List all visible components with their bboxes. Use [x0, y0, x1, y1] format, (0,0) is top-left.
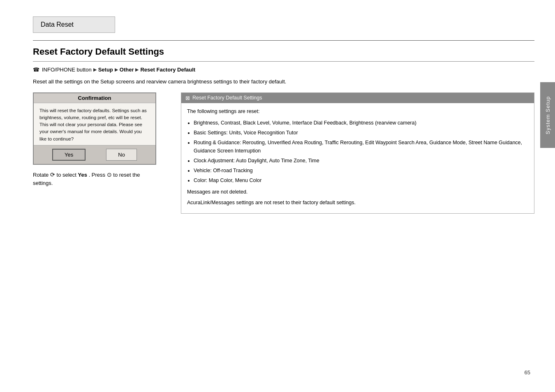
arrow-icon-1: ▶: [93, 67, 97, 72]
breadcrumb-part2: Setup: [98, 67, 113, 73]
arrow-icon-2: ▶: [115, 67, 118, 72]
section-header-box: Data Reset: [33, 16, 115, 33]
screen-title-bar: Confirmation: [34, 93, 155, 103]
note2-text: AcuraLink/Messages settings are not rese…: [187, 198, 528, 207]
no-button[interactable]: No: [106, 149, 137, 161]
info-box-icon: ⊠: [185, 95, 190, 101]
main-content: Data Reset Reset Factory Default Setting…: [0, 0, 555, 392]
section-header-label: Data Reset: [41, 21, 74, 28]
two-col-layout: Confirmation This will reset the factory…: [33, 92, 534, 214]
description-text: Reset all the settings on the Setup scre…: [33, 78, 534, 86]
screen-body: This will reset the factory defaults. Se…: [34, 103, 155, 145]
page-container: Data Reset Reset Factory Default Setting…: [0, 0, 555, 392]
enter-icon: ⊙: [107, 171, 112, 179]
page-title: Reset Factory Default Settings: [33, 46, 534, 57]
sidebar-tab-label: System Setup: [545, 96, 551, 134]
breadcrumb-part4: Reset Factory Default: [140, 67, 195, 73]
left-column: Confirmation This will reset the factory…: [33, 92, 169, 214]
arrow-icon-3: ▶: [135, 67, 139, 72]
list-item-4: Clock Adjustment: Auto Daylight, Auto Ti…: [194, 157, 528, 165]
instruction-text-part2: . Press: [89, 172, 107, 178]
note1-text: Messages are not deleted.: [187, 188, 528, 196]
title-divider: [33, 61, 534, 62]
instruction-text-part1: to select: [57, 172, 78, 178]
info-box-title: Reset Factory Default Settings: [192, 95, 262, 101]
list-item-5: Vehicle: Off-road Tracking: [194, 166, 528, 175]
phone-icon: ☎: [33, 67, 39, 73]
info-box-header: ⊠ Reset Factory Default Settings: [181, 93, 534, 103]
breadcrumb-part3: Other: [120, 67, 134, 73]
settings-list: Brightness, Contrast, Black Level, Volum…: [187, 119, 528, 184]
list-item-1: Brightness, Contrast, Black Level, Volum…: [194, 119, 528, 127]
list-item-6: Color: Map Color, Menu Color: [194, 176, 528, 184]
intro-text: The following settings are reset:: [187, 107, 528, 115]
screen-mockup: Confirmation This will reset the factory…: [33, 92, 156, 165]
screen-buttons: Yes No: [34, 145, 155, 164]
info-box: ⊠ Reset Factory Default Settings The fol…: [181, 92, 534, 214]
yes-button[interactable]: Yes: [52, 149, 86, 161]
section-divider: [33, 40, 534, 41]
breadcrumb: ☎ INFO/PHONE button ▶ Setup ▶ Other ▶ Re…: [33, 67, 534, 73]
page-number: 65: [525, 369, 530, 376]
info-box-body: The following settings are reset: Bright…: [181, 103, 534, 213]
breadcrumb-part1: INFO/PHONE button: [42, 67, 92, 73]
list-item-2: Basic Settings: Units, Voice Recognition…: [194, 129, 528, 137]
instruction-text: Rotate ⟳ to select Yes . Press ⊙ to rese…: [33, 171, 148, 187]
rotate-label: Rotate: [33, 172, 50, 178]
rotate-icon: ⟳: [50, 171, 55, 179]
sidebar-tab: System Setup: [540, 82, 555, 148]
yes-label: Yes: [78, 172, 87, 178]
list-item-3: Routing & Guidance: Rerouting, Unverifie…: [194, 138, 528, 155]
right-column: ⊠ Reset Factory Default Settings The fol…: [181, 92, 534, 214]
